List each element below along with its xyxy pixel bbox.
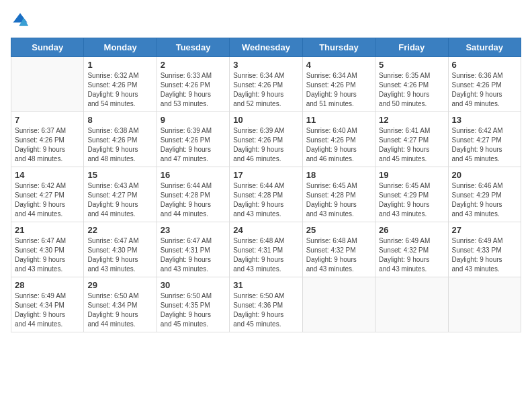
calendar-cell: 28Sunrise: 6:49 AM Sunset: 4:34 PM Dayli… [11, 277, 84, 332]
calendar-cell: 13Sunrise: 6:42 AM Sunset: 4:27 PM Dayli… [448, 112, 521, 167]
day-number: 6 [452, 60, 517, 70]
logo [11, 11, 32, 30]
day-number: 11 [306, 115, 371, 125]
day-number: 28 [15, 280, 80, 290]
calendar-body: 1Sunrise: 6:32 AM Sunset: 4:26 PM Daylig… [11, 57, 521, 332]
day-number: 4 [306, 60, 371, 70]
calendar-cell: 10Sunrise: 6:39 AM Sunset: 4:26 PM Dayli… [230, 112, 302, 167]
calendar-cell: 3Sunrise: 6:34 AM Sunset: 4:26 PM Daylig… [230, 57, 302, 112]
day-number: 20 [452, 170, 517, 180]
day-info: Sunrise: 6:32 AM Sunset: 4:26 PM Dayligh… [87, 71, 152, 109]
day-info: Sunrise: 6:38 AM Sunset: 4:26 PM Dayligh… [87, 126, 152, 164]
calendar-cell: 15Sunrise: 6:43 AM Sunset: 4:27 PM Dayli… [84, 167, 157, 222]
day-number: 25 [306, 225, 371, 235]
day-number: 10 [233, 115, 298, 125]
day-info: Sunrise: 6:42 AM Sunset: 4:27 PM Dayligh… [452, 126, 517, 164]
day-number: 16 [161, 170, 226, 180]
header-wednesday: Wednesday [230, 38, 302, 57]
calendar-cell: 17Sunrise: 6:44 AM Sunset: 4:28 PM Dayli… [230, 167, 302, 222]
day-info: Sunrise: 6:48 AM Sunset: 4:32 PM Dayligh… [306, 236, 371, 274]
day-number: 7 [15, 115, 80, 125]
calendar-cell: 2Sunrise: 6:33 AM Sunset: 4:26 PM Daylig… [157, 57, 229, 112]
calendar-cell: 7Sunrise: 6:37 AM Sunset: 4:26 PM Daylig… [11, 112, 84, 167]
week-row-2: 14Sunrise: 6:42 AM Sunset: 4:27 PM Dayli… [11, 167, 521, 222]
week-row-4: 28Sunrise: 6:49 AM Sunset: 4:34 PM Dayli… [11, 277, 521, 332]
header-friday: Friday [375, 38, 448, 57]
calendar-cell: 4Sunrise: 6:34 AM Sunset: 4:26 PM Daylig… [302, 57, 375, 112]
day-info: Sunrise: 6:42 AM Sunset: 4:27 PM Dayligh… [15, 181, 80, 219]
calendar-table: SundayMondayTuesdayWednesdayThursdayFrid… [11, 38, 521, 332]
day-number: 24 [233, 225, 298, 235]
day-number: 2 [161, 60, 226, 70]
day-info: Sunrise: 6:50 AM Sunset: 4:35 PM Dayligh… [161, 291, 226, 329]
header-monday: Monday [84, 38, 157, 57]
day-info: Sunrise: 6:50 AM Sunset: 4:34 PM Dayligh… [87, 291, 152, 329]
day-info: Sunrise: 6:37 AM Sunset: 4:26 PM Dayligh… [15, 126, 80, 164]
calendar-cell: 29Sunrise: 6:50 AM Sunset: 4:34 PM Dayli… [84, 277, 157, 332]
day-info: Sunrise: 6:39 AM Sunset: 4:26 PM Dayligh… [233, 126, 298, 164]
calendar-cell: 31Sunrise: 6:50 AM Sunset: 4:36 PM Dayli… [230, 277, 302, 332]
calendar-cell [302, 277, 375, 332]
week-row-0: 1Sunrise: 6:32 AM Sunset: 4:26 PM Daylig… [11, 57, 521, 112]
day-number: 14 [15, 170, 80, 180]
calendar-cell: 19Sunrise: 6:45 AM Sunset: 4:29 PM Dayli… [375, 167, 448, 222]
day-info: Sunrise: 6:43 AM Sunset: 4:27 PM Dayligh… [87, 181, 152, 219]
day-number: 17 [233, 170, 298, 180]
day-info: Sunrise: 6:39 AM Sunset: 4:26 PM Dayligh… [161, 126, 226, 164]
day-number: 27 [452, 225, 517, 235]
calendar-cell: 18Sunrise: 6:45 AM Sunset: 4:28 PM Dayli… [302, 167, 375, 222]
calendar-header: SundayMondayTuesdayWednesdayThursdayFrid… [11, 38, 521, 57]
page-header [11, 11, 521, 30]
day-number: 22 [87, 225, 152, 235]
calendar-cell: 25Sunrise: 6:48 AM Sunset: 4:32 PM Dayli… [302, 222, 375, 277]
day-number: 13 [452, 115, 517, 125]
day-info: Sunrise: 6:40 AM Sunset: 4:26 PM Dayligh… [306, 126, 371, 164]
logo-icon [11, 11, 30, 30]
calendar-cell: 21Sunrise: 6:47 AM Sunset: 4:30 PM Dayli… [11, 222, 84, 277]
day-number: 5 [379, 60, 444, 70]
calendar-cell [375, 277, 448, 332]
day-number: 21 [15, 225, 80, 235]
day-info: Sunrise: 6:46 AM Sunset: 4:29 PM Dayligh… [452, 181, 517, 219]
calendar-cell [448, 277, 521, 332]
day-info: Sunrise: 6:45 AM Sunset: 4:28 PM Dayligh… [306, 181, 371, 219]
calendar-cell: 5Sunrise: 6:35 AM Sunset: 4:26 PM Daylig… [375, 57, 448, 112]
day-number: 26 [379, 225, 444, 235]
day-number: 1 [87, 60, 152, 70]
calendar-cell: 30Sunrise: 6:50 AM Sunset: 4:35 PM Dayli… [157, 277, 229, 332]
week-row-1: 7Sunrise: 6:37 AM Sunset: 4:26 PM Daylig… [11, 112, 521, 167]
header-saturday: Saturday [448, 38, 521, 57]
day-number: 9 [161, 115, 226, 125]
day-number: 23 [161, 225, 226, 235]
day-number: 29 [87, 280, 152, 290]
calendar-cell: 16Sunrise: 6:44 AM Sunset: 4:28 PM Dayli… [157, 167, 229, 222]
calendar-cell: 24Sunrise: 6:48 AM Sunset: 4:31 PM Dayli… [230, 222, 302, 277]
day-info: Sunrise: 6:47 AM Sunset: 4:31 PM Dayligh… [161, 236, 226, 274]
day-info: Sunrise: 6:48 AM Sunset: 4:31 PM Dayligh… [233, 236, 298, 274]
day-info: Sunrise: 6:47 AM Sunset: 4:30 PM Dayligh… [87, 236, 152, 274]
calendar-cell: 27Sunrise: 6:49 AM Sunset: 4:33 PM Dayli… [448, 222, 521, 277]
day-info: Sunrise: 6:34 AM Sunset: 4:26 PM Dayligh… [233, 71, 298, 109]
day-info: Sunrise: 6:33 AM Sunset: 4:26 PM Dayligh… [161, 71, 226, 109]
day-info: Sunrise: 6:49 AM Sunset: 4:32 PM Dayligh… [379, 236, 444, 274]
day-number: 15 [87, 170, 152, 180]
calendar-cell: 8Sunrise: 6:38 AM Sunset: 4:26 PM Daylig… [84, 112, 157, 167]
day-number: 8 [87, 115, 152, 125]
week-row-3: 21Sunrise: 6:47 AM Sunset: 4:30 PM Dayli… [11, 222, 521, 277]
day-number: 19 [379, 170, 444, 180]
calendar-cell: 11Sunrise: 6:40 AM Sunset: 4:26 PM Dayli… [302, 112, 375, 167]
day-info: Sunrise: 6:49 AM Sunset: 4:33 PM Dayligh… [452, 236, 517, 274]
day-info: Sunrise: 6:35 AM Sunset: 4:26 PM Dayligh… [379, 71, 444, 109]
header-sunday: Sunday [11, 38, 84, 57]
calendar-cell: 26Sunrise: 6:49 AM Sunset: 4:32 PM Dayli… [375, 222, 448, 277]
day-number: 18 [306, 170, 371, 180]
day-info: Sunrise: 6:47 AM Sunset: 4:30 PM Dayligh… [15, 236, 80, 274]
calendar-cell: 6Sunrise: 6:36 AM Sunset: 4:26 PM Daylig… [448, 57, 521, 112]
calendar-cell: 1Sunrise: 6:32 AM Sunset: 4:26 PM Daylig… [84, 57, 157, 112]
calendar-cell [11, 57, 84, 112]
day-info: Sunrise: 6:44 AM Sunset: 4:28 PM Dayligh… [233, 181, 298, 219]
header-thursday: Thursday [302, 38, 375, 57]
day-info: Sunrise: 6:36 AM Sunset: 4:26 PM Dayligh… [452, 71, 517, 109]
day-number: 12 [379, 115, 444, 125]
day-info: Sunrise: 6:49 AM Sunset: 4:34 PM Dayligh… [15, 291, 80, 329]
